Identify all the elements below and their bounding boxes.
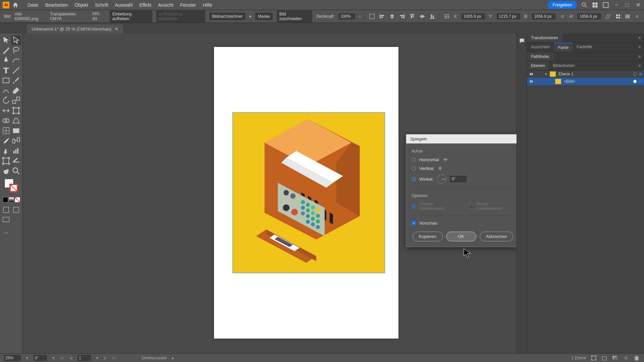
- cancel-button[interactable]: Abbrechen: [480, 232, 514, 241]
- layer-item-name[interactable]: <Bild>: [564, 79, 575, 84]
- align-left-icon[interactable]: [379, 13, 385, 19]
- align-right-icon[interactable]: [399, 13, 405, 19]
- align-top-icon[interactable]: [409, 13, 415, 19]
- visibility-icon[interactable]: [529, 72, 534, 76]
- pen-tool[interactable]: [1, 56, 11, 65]
- tab-layers[interactable]: Ebenen: [527, 61, 549, 70]
- tab-transform[interactable]: Transformieren: [527, 34, 562, 42]
- fill-stroke-swatch[interactable]: [5, 179, 18, 192]
- screen-mode-icon[interactable]: [1, 215, 11, 225]
- hand-tool[interactable]: [1, 166, 11, 176]
- expand-icon[interactable]: ▾: [545, 72, 547, 76]
- panel-menu-icon[interactable]: ≡: [635, 52, 644, 61]
- slice-tool[interactable]: [11, 156, 21, 166]
- menu-effekt[interactable]: Effekt: [136, 2, 155, 8]
- maximize-icon[interactable]: □: [624, 2, 631, 8]
- tab-colorguide[interactable]: Farbhilfe: [573, 43, 596, 52]
- comments-panel-icon[interactable]: [519, 38, 525, 44]
- rotation-input[interactable]: [34, 355, 47, 361]
- menu-datei[interactable]: Datei: [24, 2, 42, 8]
- layer-item-row[interactable]: <Bild>: [527, 78, 644, 85]
- paintbrush-tool[interactable]: [11, 76, 21, 85]
- w-input[interactable]: [532, 13, 555, 19]
- status-chevron-icon[interactable]: ▸: [172, 356, 174, 360]
- mask-button[interactable]: Maske: [255, 13, 272, 20]
- home-icon[interactable]: [12, 2, 19, 8]
- artboard-prev-icon[interactable]: ◀: [69, 356, 72, 360]
- panel-menu-icon[interactable]: ≡: [635, 61, 644, 70]
- layer-row[interactable]: ▾ Ebene 1: [527, 70, 644, 78]
- zoom-chevron-icon[interactable]: ▾: [26, 356, 28, 360]
- panel-menu-icon[interactable]: ≡: [634, 13, 640, 19]
- type-tool[interactable]: [1, 66, 11, 75]
- align-vcenter-icon[interactable]: [419, 13, 425, 19]
- menu-hilfe[interactable]: Hilfe: [199, 2, 215, 8]
- reference-point-icon[interactable]: [444, 13, 450, 19]
- selection-tool[interactable]: [1, 36, 11, 45]
- tab-libraries[interactable]: Bibliotheken: [549, 61, 579, 70]
- isolate-icon[interactable]: [615, 13, 621, 19]
- locate-layer-icon[interactable]: [590, 355, 597, 361]
- align-hcenter-icon[interactable]: [389, 13, 395, 19]
- angle-input[interactable]: [450, 176, 467, 182]
- rectangle-tool[interactable]: [1, 76, 11, 85]
- scale-tool[interactable]: [11, 96, 21, 105]
- width-tool[interactable]: [1, 106, 11, 115]
- y-input[interactable]: [497, 13, 520, 19]
- panel-menu-icon[interactable]: ≡: [635, 34, 644, 42]
- transform-panel-icon[interactable]: [369, 13, 375, 19]
- blend-tool[interactable]: [11, 136, 21, 145]
- line-tool[interactable]: [11, 66, 21, 75]
- shear-icon[interactable]: [605, 13, 611, 19]
- edit-toolbar-icon[interactable]: ⋯: [1, 228, 11, 237]
- search-icon[interactable]: [581, 2, 588, 8]
- zoom-input[interactable]: [4, 355, 21, 361]
- minimize-icon[interactable]: −: [613, 2, 620, 8]
- menu-ansicht[interactable]: Ansicht: [155, 2, 177, 8]
- share-button[interactable]: Freigeben: [548, 1, 577, 9]
- rotate-tool[interactable]: [1, 96, 11, 105]
- mesh-tool[interactable]: [1, 126, 11, 135]
- artboard-chevron-icon[interactable]: ▾: [96, 356, 98, 360]
- unembed-button[interactable]: Einbettung aufheben: [110, 10, 152, 22]
- color-mode-swatches[interactable]: [1, 197, 21, 202]
- chevron-down-icon[interactable]: ▾: [249, 14, 251, 19]
- layer-name[interactable]: Ebene 1: [558, 72, 574, 76]
- preview-checkbox[interactable]: [412, 221, 416, 225]
- artboard-first-icon[interactable]: ⏮: [60, 356, 64, 360]
- draw-normal-icon[interactable]: [1, 205, 11, 215]
- shaper-tool[interactable]: [1, 86, 11, 95]
- image-trace-button[interactable]: Bildnachzeichner: [209, 13, 245, 20]
- menu-bearbeiten[interactable]: Bearbeiten: [42, 2, 71, 8]
- eyedropper-tool[interactable]: [1, 136, 11, 145]
- free-transform-tool[interactable]: [11, 106, 21, 115]
- artboard-tool[interactable]: [1, 156, 11, 166]
- tab-close-icon[interactable]: ✕: [115, 26, 118, 32]
- zoom-tool[interactable]: [11, 166, 21, 176]
- target-icon[interactable]: [633, 80, 637, 83]
- target-icon[interactable]: [633, 72, 637, 76]
- graph-tool[interactable]: [11, 146, 21, 156]
- placed-image[interactable]: [232, 112, 385, 273]
- menu-schrift[interactable]: Schrift: [92, 2, 112, 8]
- horizontal-radio[interactable]: [412, 158, 416, 162]
- gradient-tool[interactable]: [11, 126, 21, 135]
- tab-pathfinder[interactable]: Pathfinder: [527, 52, 553, 61]
- tab-align[interactable]: Ausrichten: [527, 43, 554, 52]
- visibility-icon[interactable]: [529, 79, 534, 84]
- angle-radio[interactable]: [412, 177, 416, 181]
- eraser-tool[interactable]: [11, 86, 21, 95]
- direct-selection-tool[interactable]: [11, 36, 21, 45]
- align-bottom-icon[interactable]: [429, 13, 435, 19]
- make-clipping-icon[interactable]: [601, 355, 608, 361]
- opacity-input[interactable]: [338, 13, 355, 19]
- link-wh-icon[interactable]: [559, 13, 566, 19]
- menu-auswahl[interactable]: Auswahl: [112, 2, 136, 8]
- x-input[interactable]: [462, 13, 485, 19]
- h-input[interactable]: [578, 13, 601, 19]
- shape-builder-tool[interactable]: [1, 116, 11, 125]
- delete-layer-icon[interactable]: [633, 355, 640, 361]
- artboard-input[interactable]: [77, 355, 91, 361]
- tab-color[interactable]: Farbe: [554, 43, 573, 52]
- close-icon[interactable]: ✕: [635, 2, 641, 8]
